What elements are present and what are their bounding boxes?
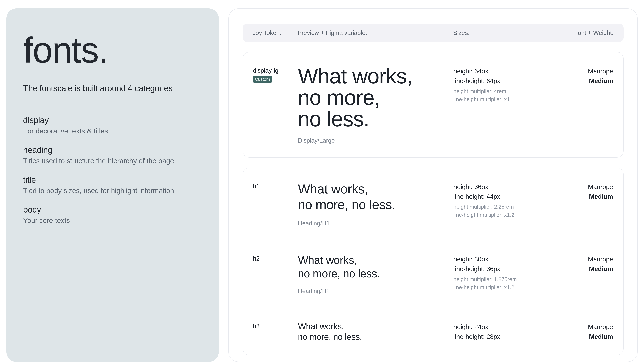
category-desc: Your core texts bbox=[23, 217, 202, 225]
preview-line: What works, bbox=[298, 254, 357, 266]
preview-text: What works, no more, no less. bbox=[298, 321, 454, 342]
preview-text: What works, no more, no less. bbox=[298, 181, 454, 213]
font-family: Manrope bbox=[556, 254, 613, 264]
category-desc: Titles used to structure the hierarchy o… bbox=[23, 157, 202, 165]
size-lineheight: line-height: 64px bbox=[454, 76, 556, 86]
preview-line: no more, no less. bbox=[298, 332, 362, 342]
preview-column: What works, no more, no less. Heading/H1 bbox=[298, 181, 454, 227]
sizes-column: height: 64px line-height: 64px height mu… bbox=[454, 65, 556, 144]
table-header: Joy Token. Preview + Figma variable. Siz… bbox=[242, 24, 624, 42]
preview-line: no more, bbox=[298, 85, 380, 109]
category-item-display: display For decorative texts & titles bbox=[23, 115, 202, 135]
font-weight: Medium bbox=[556, 76, 613, 86]
size-height: height: 64px bbox=[454, 66, 556, 76]
size-height: height: 30px bbox=[454, 254, 556, 264]
size-height-multiplier: height multiplier: 2.25rem bbox=[454, 203, 556, 211]
preview-line: What works, bbox=[298, 182, 368, 196]
figma-variable: Heading/H2 bbox=[298, 288, 454, 295]
page-title: fonts. bbox=[23, 32, 202, 68]
token-name: h2 bbox=[253, 255, 298, 262]
category-name: heading bbox=[23, 145, 202, 155]
category-desc: Tied to body sizes, used for highlight i… bbox=[23, 187, 202, 195]
header-col-sizes: Sizes. bbox=[453, 29, 556, 36]
category-item-heading: heading Titles used to structure the hie… bbox=[23, 145, 202, 165]
token-name: h3 bbox=[253, 323, 298, 330]
right-panel: Joy Token. Preview + Figma variable. Siz… bbox=[228, 8, 638, 362]
sizes-column: height: 36px line-height: 44px height mu… bbox=[454, 181, 556, 227]
font-group-heading: h1 What works, no more, no less. Heading… bbox=[242, 168, 624, 355]
left-panel: fonts. The fontscale is built around 4 c… bbox=[6, 8, 219, 362]
size-height-multiplier: height multiplier: 4rem bbox=[454, 87, 556, 95]
font-row-h3: h3 What works, no more, no less. height:… bbox=[243, 308, 623, 355]
token-column: h2 bbox=[253, 253, 298, 295]
preview-line: What works, bbox=[298, 64, 412, 88]
header-col-token: Joy Token. bbox=[252, 29, 298, 36]
preview-text: What works, no more, no less. bbox=[298, 65, 454, 130]
size-height: height: 36px bbox=[454, 182, 556, 192]
category-name: body bbox=[23, 205, 202, 215]
font-weight: Medium bbox=[556, 192, 613, 201]
font-column: Manrope Medium bbox=[556, 181, 613, 227]
preview-text: What works, no more, no less. bbox=[298, 253, 454, 280]
token-column: display-lg Custom bbox=[253, 65, 298, 144]
size-lineheight: line-height: 44px bbox=[454, 192, 556, 201]
size-height-multiplier: height multiplier: 1.875rem bbox=[454, 275, 556, 283]
figma-variable: Heading/H1 bbox=[298, 220, 454, 227]
category-item-body: body Your core texts bbox=[23, 205, 202, 225]
font-family: Manrope bbox=[556, 182, 613, 192]
font-family: Manrope bbox=[556, 66, 613, 76]
size-lineheight: line-height: 36px bbox=[454, 264, 556, 274]
size-lineheight-multiplier: line-height multiplier: x1 bbox=[454, 95, 556, 103]
preview-column: What works, no more, no less. Heading/H2 bbox=[298, 253, 454, 295]
preview-column: What works, no more, no less. bbox=[298, 321, 454, 342]
category-desc: For decorative texts & titles bbox=[23, 127, 202, 135]
font-group-display: display-lg Custom What works, no more, n… bbox=[242, 52, 624, 158]
size-lineheight: line-height: 28px bbox=[454, 332, 556, 342]
preview-column: What works, no more, no less. Display/La… bbox=[298, 65, 454, 144]
category-name: title bbox=[23, 175, 202, 185]
custom-badge: Custom bbox=[253, 76, 272, 83]
figma-variable: Display/Large bbox=[298, 137, 454, 144]
font-row-h1: h1 What works, no more, no less. Heading… bbox=[243, 168, 623, 240]
font-column: Manrope Medium bbox=[556, 253, 613, 295]
size-lineheight-multiplier: line-height multiplier: x1.2 bbox=[454, 211, 556, 219]
preview-line: What works, bbox=[298, 322, 344, 331]
token-name: h1 bbox=[253, 183, 298, 190]
font-weight: Medium bbox=[556, 332, 613, 342]
token-column: h1 bbox=[253, 181, 298, 227]
font-column: Manrope Medium bbox=[556, 321, 613, 342]
preview-line: no more, no less. bbox=[298, 197, 395, 212]
size-height: height: 24px bbox=[454, 322, 556, 332]
preview-line: no less. bbox=[298, 107, 369, 131]
font-family: Manrope bbox=[556, 322, 613, 332]
page-root: fonts. The fontscale is built around 4 c… bbox=[0, 0, 644, 362]
sizes-column: height: 24px line-height: 28px bbox=[454, 321, 556, 342]
category-name: display bbox=[23, 115, 202, 125]
page-subtitle: The fontscale is built around 4 categori… bbox=[23, 83, 202, 93]
category-item-title: title Tied to body sizes, used for highl… bbox=[23, 175, 202, 195]
size-lineheight-multiplier: line-height multiplier: x1.2 bbox=[454, 283, 556, 291]
header-col-font: Font + Weight. bbox=[556, 29, 614, 36]
font-weight: Medium bbox=[556, 264, 613, 274]
header-col-preview: Preview + Figma variable. bbox=[298, 29, 453, 36]
font-row-h2: h2 What works, no more, no less. Heading… bbox=[243, 240, 623, 308]
font-row-display-lg: display-lg Custom What works, no more, n… bbox=[243, 52, 623, 157]
category-list: display For decorative texts & titles he… bbox=[23, 115, 202, 225]
preview-line: no more, no less. bbox=[298, 267, 380, 280]
sizes-column: height: 30px line-height: 36px height mu… bbox=[454, 253, 556, 295]
font-column: Manrope Medium bbox=[556, 65, 613, 144]
token-name: display-lg bbox=[253, 67, 298, 74]
token-column: h3 bbox=[253, 321, 298, 342]
